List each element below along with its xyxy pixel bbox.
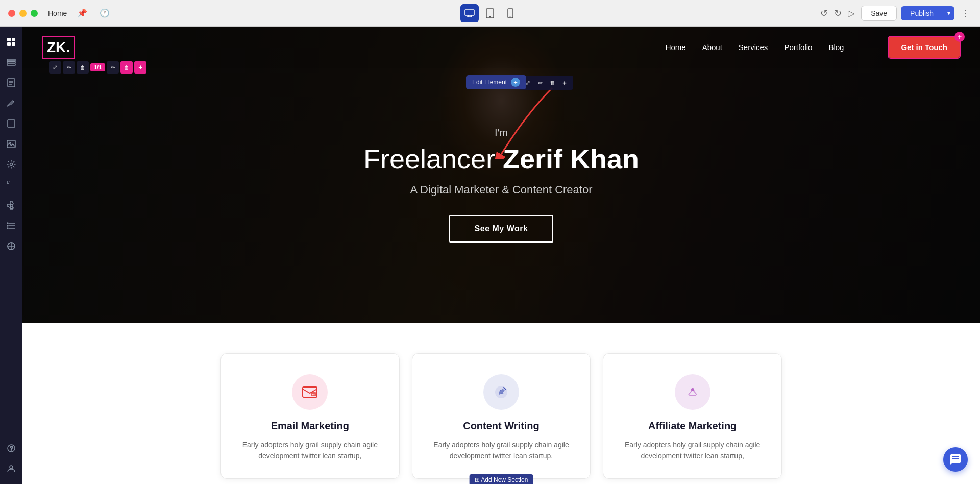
svg-rect-13 <box>7 62 15 63</box>
svg-point-29 <box>7 228 8 229</box>
section-edit-btn[interactable]: ✏ <box>63 61 75 74</box>
section-edit2-btn[interactable]: ✏ <box>107 61 119 74</box>
minimize-button[interactable] <box>19 10 27 17</box>
sidebar-icon-shapes[interactable] <box>2 114 20 133</box>
service-desc-email: Early adopters holy grail supply chain a… <box>237 439 383 462</box>
add-new-section-badge[interactable]: ⊞ Add New Section <box>470 474 533 484</box>
titlebar-left: Home 📌 🕐 <box>48 6 112 20</box>
maximize-button[interactable] <box>31 10 38 17</box>
service-card-email: ↩ Email Marketing Early adopters holy gr… <box>220 353 400 479</box>
home-label: Home <box>48 9 67 17</box>
svg-rect-11 <box>12 42 15 46</box>
redo-button[interactable]: ↻ <box>832 6 844 21</box>
email-icon-wrapper: ↩ <box>292 374 328 410</box>
svg-rect-6 <box>508 9 513 18</box>
nav-link-services[interactable]: Services <box>739 43 768 52</box>
sidebar-icon-media[interactable] <box>2 135 20 153</box>
chat-bubble[interactable] <box>943 447 968 472</box>
svg-text:?: ? <box>10 446 13 451</box>
nav-links-group: Home About Services Portfolio Blog Get i… <box>666 37 960 58</box>
edit-element-tooltip: Edit Element + <box>466 75 526 89</box>
preview-button[interactable]: ▷ <box>846 6 857 21</box>
nav-link-blog[interactable]: Blog <box>828 43 844 52</box>
sidebar-icon-grid[interactable] <box>2 33 20 51</box>
service-title-email: Email Marketing <box>237 420 383 432</box>
desktop-device-btn[interactable] <box>460 4 479 22</box>
svg-rect-14 <box>7 64 15 65</box>
sidebar-icon-draw[interactable] <box>2 94 20 112</box>
content-writing-icon <box>494 384 509 400</box>
nav-link-portfolio[interactable]: Portfolio <box>784 43 812 52</box>
more-options-button[interactable]: ⋮ <box>959 6 972 21</box>
cta-plus-btn[interactable]: + <box>954 32 965 42</box>
hero-title: Freelancer Zerif Khan <box>363 143 639 175</box>
site-navigation: ZK. Home About Services Portfolio Blog G… <box>22 27 980 68</box>
section-trash-btn[interactable]: 🗑 <box>120 61 133 74</box>
hero-title-bold: Zerif Khan <box>503 143 639 174</box>
sidebar-icon-pages[interactable] <box>2 74 20 92</box>
svg-rect-10 <box>7 42 11 46</box>
section-add-btn[interactable]: + <box>134 61 146 74</box>
main-layout: ? ⤢ ✏ 🗑 1/1 ✏ 🗑 + Edit Element + <box>0 27 980 484</box>
hero-section: ZK. Home About Services Portfolio Blog G… <box>22 27 980 323</box>
nav-toolbar-delete-btn[interactable]: 🗑 <box>547 77 558 88</box>
hero-intro-text: I'm <box>495 127 508 139</box>
undo-button[interactable]: ↺ <box>818 6 830 21</box>
history-button[interactable]: 🕐 <box>97 6 112 20</box>
svg-text:↩: ↩ <box>312 393 315 396</box>
pin-button[interactable]: 📌 <box>75 6 89 20</box>
undo-redo-group: ↺ ↻ ▷ <box>818 6 857 21</box>
nav-link-home[interactable]: Home <box>666 43 686 52</box>
cta-button[interactable]: Get in Touch <box>889 37 960 58</box>
sidebar-icon-puzzle[interactable] <box>2 196 20 214</box>
left-sidebar: ? <box>0 27 22 484</box>
section-top-toolbar: ⤢ ✏ 🗑 1/1 ✏ 🗑 + <box>22 61 146 74</box>
svg-point-33 <box>10 466 13 469</box>
svg-point-5 <box>489 16 491 17</box>
sidebar-icon-undo-history[interactable] <box>2 176 20 194</box>
nav-link-about[interactable]: About <box>702 43 722 52</box>
svg-rect-9 <box>12 38 15 41</box>
chat-icon <box>949 453 962 466</box>
service-desc-writing: Early adopters holy grail supply chain a… <box>429 439 574 462</box>
sidebar-icon-user[interactable] <box>2 459 20 478</box>
sidebar-icon-layers[interactable] <box>2 53 20 71</box>
nav-element-toolbar: ⤢ ✏ 🗑 + <box>519 76 573 90</box>
hero-content: I'm Freelancer Zerif Khan A Digital Mark… <box>22 27 980 323</box>
svg-rect-12 <box>7 59 15 61</box>
site-logo: ZK. <box>43 37 74 58</box>
service-title-affiliate: Affiliate Marketing <box>620 420 765 432</box>
affiliate-marketing-icon <box>684 384 701 400</box>
sidebar-icon-settings[interactable] <box>2 155 20 174</box>
services-section: ↩ Email Marketing Early adopters holy gr… <box>22 323 980 484</box>
section-move-btn[interactable]: ⤢ <box>49 61 61 74</box>
svg-point-28 <box>7 225 8 226</box>
save-button[interactable]: Save <box>861 6 897 21</box>
device-switcher <box>460 4 520 22</box>
svg-rect-0 <box>465 10 474 15</box>
sidebar-icon-list[interactable] <box>2 216 20 235</box>
close-button[interactable] <box>8 10 15 17</box>
website-canvas: ⤢ ✏ 🗑 1/1 ✏ 🗑 + Edit Element + ⤢ ✏ 🗑 + <box>22 27 980 484</box>
edit-element-label: Edit Element <box>472 79 507 86</box>
hero-cta-button[interactable]: See My Work <box>449 215 554 243</box>
publish-button[interactable]: Publish <box>901 6 943 20</box>
sidebar-icon-integration[interactable] <box>2 237 20 255</box>
service-card-writing: Content Writing Early adopters holy grai… <box>412 353 591 479</box>
tablet-device-btn[interactable] <box>481 4 499 22</box>
edit-element-add-btn[interactable]: + <box>511 78 520 87</box>
affiliate-icon-wrapper <box>675 374 710 410</box>
section-delete-btn[interactable]: 🗑 <box>77 61 89 74</box>
svg-rect-20 <box>8 120 15 127</box>
nav-toolbar-add-btn[interactable]: + <box>559 77 570 88</box>
hero-title-normal: Freelancer <box>363 143 503 174</box>
mobile-device-btn[interactable] <box>501 4 520 22</box>
hero-background: ZK. Home About Services Portfolio Blog G… <box>22 27 980 323</box>
email-marketing-icon: ↩ <box>302 385 318 399</box>
nav-toolbar-edit-btn[interactable]: ✏ <box>534 77 546 88</box>
services-grid: ↩ Email Marketing Early adopters holy gr… <box>220 353 782 479</box>
sidebar-icon-help[interactable]: ? <box>2 439 20 457</box>
service-card-affiliate: Affiliate Marketing Early adopters holy … <box>603 353 782 479</box>
publish-caret-button[interactable]: ▾ <box>943 6 954 20</box>
svg-point-23 <box>10 163 13 166</box>
